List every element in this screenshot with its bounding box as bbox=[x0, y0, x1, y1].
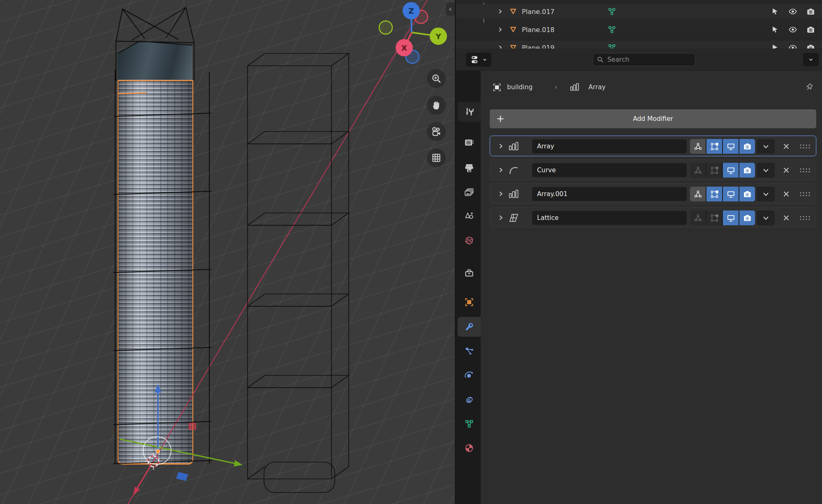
edit-mode-display-toggle[interactable] bbox=[690, 210, 706, 225]
edit-mode-display-toggle[interactable] bbox=[690, 139, 706, 154]
on-cage-toggle[interactable] bbox=[706, 139, 722, 154]
sidebar-collapse-handle[interactable]: ‹ bbox=[446, 2, 455, 16]
expand-chevron-icon[interactable] bbox=[498, 215, 504, 221]
axis-gizmo[interactable]: Z Y X bbox=[376, 0, 450, 68]
visibility-toggle[interactable] bbox=[787, 25, 799, 34]
outliner-item-label[interactable]: Plane.019 bbox=[522, 44, 584, 49]
drag-handle[interactable] bbox=[799, 168, 811, 173]
selectable-toggle[interactable] bbox=[769, 44, 781, 49]
3d-viewport[interactable]: Z Y X bbox=[0, 0, 456, 504]
delete-modifier-button[interactable] bbox=[780, 210, 793, 225]
modifier-row-curve[interactable]: Curve bbox=[490, 160, 816, 180]
zoom-button[interactable] bbox=[427, 69, 446, 88]
edit-mode-display-toggle[interactable] bbox=[690, 187, 706, 201]
on-cage-icon bbox=[710, 190, 719, 199]
render-display-toggle[interactable] bbox=[739, 163, 755, 178]
particles-icon bbox=[464, 346, 474, 356]
tab-scene[interactable] bbox=[458, 206, 481, 226]
outliner-row[interactable]: Plane.018 bbox=[456, 23, 822, 37]
expand-chevron-icon[interactable] bbox=[497, 45, 503, 49]
toggle-grid-button[interactable] bbox=[427, 148, 446, 167]
array-modifier-icon bbox=[570, 78, 579, 96]
mesh-object-icon bbox=[509, 25, 518, 34]
delete-modifier-button[interactable] bbox=[780, 139, 793, 154]
breadcrumb-object-name[interactable]: building bbox=[507, 78, 533, 96]
modifier-name-input[interactable]: Array bbox=[532, 139, 687, 153]
render-display-toggle[interactable] bbox=[739, 210, 755, 225]
modifier-extras-dropdown[interactable] bbox=[757, 139, 775, 154]
modifier-row-array[interactable]: Array bbox=[490, 136, 816, 156]
movie-camera-icon bbox=[431, 126, 442, 137]
header-menu-button[interactable] bbox=[803, 53, 819, 66]
outliner-item-label[interactable]: Plane.017 bbox=[522, 8, 584, 16]
tab-object[interactable] bbox=[458, 292, 481, 312]
delete-modifier-button[interactable] bbox=[780, 163, 793, 178]
selectable-toggle[interactable] bbox=[769, 25, 781, 34]
tab-tool[interactable] bbox=[458, 102, 481, 122]
tab-material[interactable] bbox=[458, 438, 481, 458]
outliner-row-clipped[interactable]: Plane.019 bbox=[456, 41, 822, 49]
add-modifier-button[interactable]: Add Modifier bbox=[490, 109, 816, 128]
realtime-display-toggle[interactable] bbox=[723, 210, 739, 225]
drag-handle[interactable] bbox=[799, 215, 811, 220]
on-cage-toggle[interactable] bbox=[706, 187, 722, 201]
viewport-scene-overlay bbox=[0, 0, 456, 504]
modifier-name-input[interactable]: Array.001 bbox=[532, 187, 687, 201]
visibility-toggle[interactable] bbox=[787, 43, 799, 49]
tab-object-data[interactable] bbox=[458, 414, 481, 434]
outliner-item-label[interactable]: Plane.018 bbox=[522, 26, 584, 34]
tab-particles[interactable] bbox=[458, 341, 481, 361]
modifier-row-array-001[interactable]: Array.001 bbox=[490, 183, 816, 204]
output-properties-icon bbox=[464, 163, 474, 173]
tab-constraints[interactable] bbox=[458, 390, 481, 409]
tab-modifiers-active[interactable] bbox=[458, 317, 481, 337]
render-visibility-toggle[interactable] bbox=[804, 44, 817, 49]
drag-handle[interactable] bbox=[799, 144, 811, 149]
tab-physics[interactable] bbox=[458, 365, 481, 385]
tab-world[interactable] bbox=[458, 231, 481, 250]
expand-chevron-icon[interactable] bbox=[498, 167, 504, 173]
tab-output[interactable] bbox=[458, 158, 481, 178]
tab-view-layer[interactable] bbox=[458, 183, 481, 202]
render-display-toggle[interactable] bbox=[739, 187, 755, 201]
editor-type-selector[interactable] bbox=[466, 53, 491, 67]
on-cage-toggle[interactable] bbox=[706, 210, 722, 225]
camera-icon bbox=[743, 166, 752, 175]
realtime-display-toggle[interactable] bbox=[723, 163, 739, 178]
modifier-name-input[interactable]: Curve bbox=[532, 163, 687, 177]
pan-button[interactable] bbox=[427, 96, 446, 115]
delete-modifier-button[interactable] bbox=[780, 187, 793, 201]
breadcrumb-modifier-name[interactable]: Array bbox=[588, 78, 606, 96]
tab-render[interactable] bbox=[458, 133, 481, 153]
edit-mode-display-toggle[interactable] bbox=[690, 163, 706, 178]
tab-collection[interactable] bbox=[458, 263, 481, 283]
chevron-down-icon bbox=[483, 58, 487, 62]
visibility-toggle[interactable] bbox=[787, 7, 799, 16]
realtime-display-toggle[interactable] bbox=[723, 139, 739, 154]
modifier-extras-dropdown[interactable] bbox=[757, 210, 775, 225]
drag-handle[interactable] bbox=[799, 192, 811, 197]
modifier-extras-dropdown[interactable] bbox=[757, 187, 775, 201]
render-display-toggle[interactable] bbox=[739, 139, 755, 154]
editor-divider[interactable] bbox=[455, 0, 456, 504]
pin-icon[interactable] bbox=[805, 78, 814, 96]
on-cage-toggle[interactable] bbox=[706, 163, 722, 178]
outliner-row[interactable]: Plane.017 bbox=[456, 5, 822, 18]
modifier-row-lattice[interactable]: Lattice bbox=[490, 207, 816, 228]
render-visibility-toggle[interactable] bbox=[804, 7, 817, 16]
building-tower-crown[interactable] bbox=[118, 40, 192, 81]
expand-chevron-icon[interactable] bbox=[497, 27, 503, 32]
search-input[interactable]: Search bbox=[593, 53, 695, 66]
magnifier-plus-icon bbox=[431, 73, 442, 84]
expand-chevron-icon[interactable] bbox=[498, 143, 504, 149]
building-tower-selected[interactable] bbox=[118, 80, 193, 465]
modifier-name-input[interactable]: Lattice bbox=[532, 211, 687, 225]
realtime-display-toggle[interactable] bbox=[723, 187, 739, 201]
expand-chevron-icon[interactable] bbox=[498, 191, 504, 197]
render-visibility-toggle[interactable] bbox=[804, 25, 817, 34]
camera-view-button[interactable] bbox=[427, 122, 446, 141]
selectable-toggle[interactable] bbox=[769, 7, 781, 16]
expand-chevron-icon[interactable] bbox=[497, 9, 503, 14]
modifier-extras-dropdown[interactable] bbox=[757, 163, 775, 178]
render-properties-icon bbox=[464, 138, 474, 148]
